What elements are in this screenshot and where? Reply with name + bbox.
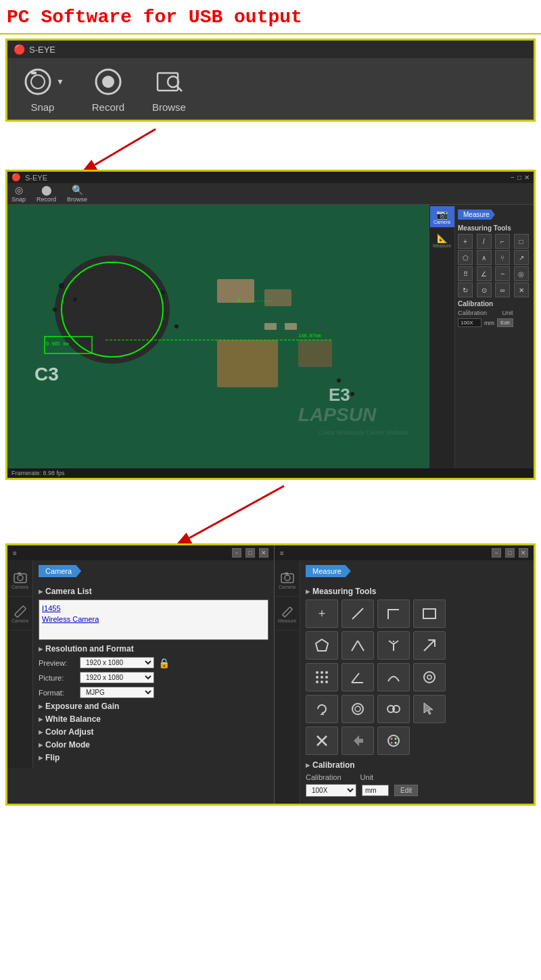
w2-snap-icon: ◎ — [15, 185, 23, 195]
tool-link[interactable] — [377, 695, 410, 723]
calib-edit-button[interactable]: Edit — [394, 785, 418, 796]
meas-sidebar-measure[interactable]: Measure — [276, 597, 299, 631]
white-balance-section[interactable]: White Balance — [39, 714, 268, 724]
w2-status-bar: Framerate: 8.98 fps — [7, 468, 534, 478]
mini-tool-plus[interactable]: + — [458, 234, 473, 249]
flip-section[interactable]: Flip — [39, 753, 268, 762]
w2-browse-icon: 🔍 — [72, 185, 83, 195]
tool-rect[interactable] — [413, 599, 446, 628]
mini-tool-chain[interactable]: ∞ — [495, 283, 510, 297]
calib-value-select[interactable]: 100X — [306, 784, 356, 797]
unit-col-label: Unit — [360, 773, 374, 781]
w2-record-icon: ⬤ — [41, 185, 52, 195]
tool-target[interactable] — [413, 663, 446, 691]
calib-unit-input[interactable] — [362, 785, 389, 796]
cam-sidebar-measure[interactable]: Camera — [9, 597, 32, 631]
camera-list-header[interactable]: Camera List — [39, 587, 268, 596]
mini-tool-ring[interactable]: ⊙ — [477, 283, 492, 297]
panel-sidebar-ruler[interactable]: 📐 Measure — [431, 229, 454, 252]
meas-sidebar-camera[interactable]: Camera — [276, 563, 299, 597]
mini-tool-angle[interactable]: ⌐ — [495, 234, 510, 249]
camera-view: 0.985 mm A --------- 140.07mm LAPSUN Chi… — [7, 205, 429, 468]
mini-calib-header: Calibration — [458, 300, 531, 308]
exposure-gain-section[interactable]: Exposure and Gain — [39, 702, 268, 711]
tool-arrow-right[interactable] — [342, 727, 374, 755]
color-adjust-section[interactable]: Color Adjust — [39, 727, 268, 737]
tool-arrow-up[interactable] — [413, 631, 446, 660]
format-select[interactable]: MJPG — [80, 687, 154, 698]
measure-panel: ≡ − □ ✕ Camera — [275, 545, 534, 804]
tool-arc[interactable] — [377, 663, 410, 691]
cam-minimize-btn[interactable]: − — [232, 548, 241, 558]
mini-tool-rot[interactable]: ↻ — [458, 283, 473, 297]
tool-dotgrid[interactable] — [306, 663, 338, 691]
mini-tool-grid[interactable]: ⠿ — [458, 266, 473, 281]
close-icon[interactable]: ✕ — [524, 174, 530, 181]
mini-tool-poly[interactable]: ⬠ — [458, 250, 473, 265]
svg-point-31 — [337, 378, 341, 383]
tool-cursor[interactable] — [413, 695, 446, 723]
tool-line[interactable] — [342, 599, 374, 628]
meas-close-btn[interactable]: ✕ — [519, 548, 528, 558]
tool-polygon[interactable] — [306, 631, 338, 660]
tool-rotate[interactable] — [306, 695, 338, 723]
camera-tab-button[interactable]: Camera — [39, 565, 81, 577]
cam-sidebar-camera[interactable]: Camera — [9, 563, 32, 597]
measure-sidebar-label: Measure — [433, 243, 451, 248]
picture-select[interactable]: 1920 x 1080 — [80, 672, 154, 683]
mini-tool-circle[interactable]: ◎ — [514, 266, 529, 281]
snap-button[interactable]: ▼ Snap — [21, 65, 64, 113]
svg-point-32 — [350, 392, 354, 396]
mini-tool-parallel[interactable]: ∧ — [477, 250, 492, 265]
meas-minimize-btn[interactable]: − — [492, 548, 501, 558]
browse-button[interactable]: Browse — [152, 65, 186, 113]
tool-corner[interactable] — [377, 599, 410, 628]
flip-label: Flip — [45, 753, 60, 762]
camera-item-1[interactable]: I1455 — [42, 603, 265, 614]
preview-select[interactable]: 1920 x 1080 — [80, 657, 154, 668]
meas-restore-btn[interactable]: □ — [505, 548, 515, 558]
tool-point[interactable]: + — [306, 599, 338, 628]
measuring-tools-header[interactable]: Measuring Tools — [306, 587, 528, 596]
mini-tool-rect[interactable]: □ — [514, 234, 529, 249]
w2-record-button[interactable]: ⬤ Record — [37, 185, 56, 203]
w2-snap-button[interactable]: ◎ Snap — [11, 185, 26, 203]
tool-angle[interactable] — [342, 663, 374, 691]
meas-panel-header: ≡ − □ ✕ — [275, 545, 534, 560]
mini-calib-value-input[interactable] — [458, 318, 481, 327]
mini-tool-line[interactable]: / — [477, 234, 492, 249]
tool-palette[interactable] — [377, 727, 410, 755]
calibration-header[interactable]: Calibration — [306, 760, 528, 770]
measure-tab-button[interactable]: Measure — [306, 565, 351, 577]
mini-tool-cross[interactable]: ↗ — [514, 250, 529, 265]
svg-rect-39 — [18, 572, 21, 574]
restore-icon[interactable]: □ — [517, 174, 521, 181]
mini-tool-x[interactable]: ✕ — [514, 283, 529, 297]
mini-tool-angz[interactable]: ∠ — [477, 266, 492, 281]
record-button[interactable]: Record — [91, 65, 125, 113]
svg-rect-2 — [31, 72, 37, 74]
svg-rect-16 — [298, 340, 332, 367]
minimize-icon[interactable]: − — [511, 174, 515, 181]
camera-item-2[interactable]: Wireless Camera — [42, 614, 265, 624]
w2-browse-button[interactable]: 🔍 Browse — [67, 185, 87, 203]
cam-close-btn[interactable]: ✕ — [259, 548, 268, 558]
lock-icon[interactable]: 🔒 — [158, 658, 170, 668]
mini-edit-button[interactable]: Edit — [497, 318, 513, 327]
mini-tool-multi[interactable]: ⑂ — [495, 250, 510, 265]
tool-angle-lines[interactable] — [342, 631, 374, 660]
resolution-header[interactable]: Resolution and Format — [39, 644, 268, 654]
mini-tool-arc[interactable]: ⌢ — [495, 266, 510, 281]
svg-point-29 — [161, 291, 165, 295]
svg-point-78 — [395, 738, 397, 740]
camera-panel: ≡ − □ ✕ Camera — [7, 545, 275, 804]
meas-panel-body: Camera Measure Measure Measuring Tools — [275, 560, 534, 804]
measure-panel-tab[interactable]: Measure — [458, 210, 495, 220]
tool-fork[interactable] — [377, 631, 410, 660]
panel-tab-camera[interactable]: 📷 Camera — [430, 206, 454, 228]
tool-x-delete[interactable] — [306, 727, 338, 755]
color-mode-section[interactable]: Color Mode — [39, 740, 268, 750]
cam-restore-btn[interactable]: □ — [245, 548, 255, 558]
tool-ring[interactable] — [342, 695, 374, 723]
snap-dropdown-arrow[interactable]: ▼ — [56, 77, 64, 87]
